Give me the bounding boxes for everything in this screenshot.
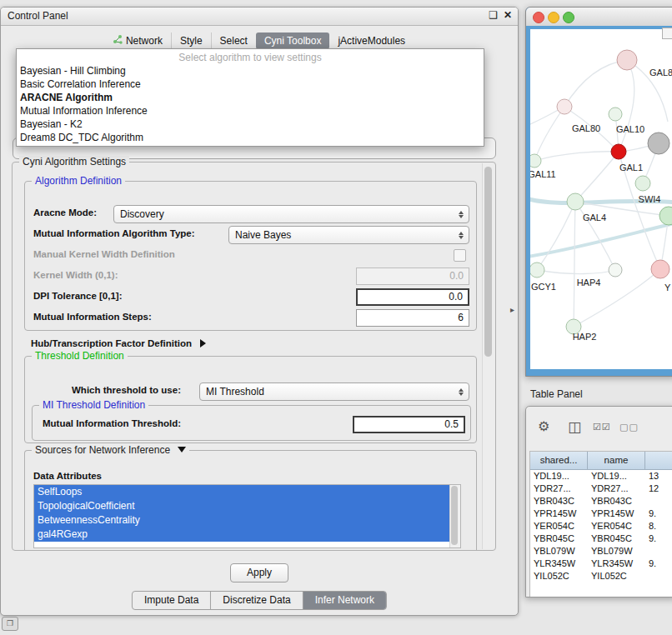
float-window-icon[interactable]: ❑ xyxy=(489,9,498,21)
network-node[interactable] xyxy=(609,263,622,277)
close-icon[interactable]: ✕ xyxy=(504,9,512,21)
table-row[interactable]: YBR043CYBR043C xyxy=(530,495,672,508)
attribute-list-scrollbar[interactable] xyxy=(449,485,460,548)
columns-icon[interactable]: ◫ xyxy=(568,418,581,436)
gear-icon[interactable]: ⚙ xyxy=(538,418,549,434)
algorithm-option[interactable]: Bayesian - K2 xyxy=(17,118,484,131)
panel-collapse-arrow-icon[interactable]: ▸ xyxy=(510,305,514,314)
network-edge[interactable] xyxy=(537,202,575,270)
attribute-list-item[interactable]: BetweennessCentrality xyxy=(34,513,449,528)
hub-definition-toggle[interactable]: Hub/Transcription Factor Definition xyxy=(31,335,206,350)
column-header[interactable] xyxy=(645,452,672,470)
network-edge[interactable] xyxy=(619,60,634,152)
settings-scrollbar[interactable] xyxy=(482,163,494,549)
scrollbar-thumb[interactable] xyxy=(484,167,492,357)
mi-type-select[interactable]: Naive Bayes xyxy=(228,226,469,244)
network-edge[interactable] xyxy=(530,222,672,258)
table-row[interactable]: YBR045CYBR045C9. xyxy=(530,532,672,545)
table-cell: YLR345W xyxy=(530,558,588,570)
minimized-panel-icon[interactable]: ❐ xyxy=(2,617,18,631)
network-edge[interactable] xyxy=(534,152,619,161)
tab-impute-data[interactable]: Impute Data xyxy=(133,592,210,609)
network-icon xyxy=(113,35,123,47)
control-panel-window: Control Panel ❑ ✕ Network Style Select C… xyxy=(0,7,519,616)
node-label: GAL10 xyxy=(616,124,644,134)
table-cell: YBL079W xyxy=(588,545,645,558)
tab-select[interactable]: Select xyxy=(211,32,256,49)
dpi-tolerance-field[interactable]: 0.0 xyxy=(356,288,469,306)
scrollbar-thumb[interactable] xyxy=(451,486,458,545)
apply-button[interactable]: Apply xyxy=(230,563,288,582)
algorithm-option[interactable]: Bayesian - Hill Climbing xyxy=(17,64,484,78)
table-row[interactable]: YDR27...YDR27...12 xyxy=(530,482,672,495)
aracne-mode-select[interactable]: Discovery xyxy=(113,205,469,223)
algorithm-definition-group: Algorithm Definition Aracne Mode: Discov… xyxy=(24,181,477,331)
which-threshold-select[interactable]: MI Threshold xyxy=(199,382,469,401)
tab-jactivemodules[interactable]: jActiveModules xyxy=(329,32,414,49)
network-node[interactable] xyxy=(617,50,637,70)
window-title: Control Panel xyxy=(8,10,68,22)
control-panel-titlebar[interactable]: Control Panel ❑ ✕ xyxy=(1,8,518,26)
algorithm-option[interactable]: Dream8 DC_TDC Algorithm xyxy=(17,131,484,144)
tab-cyni-toolbox[interactable]: Cyni Toolbox xyxy=(256,32,329,49)
mi-steps-field[interactable]: 6 xyxy=(356,309,469,327)
network-canvas[interactable]: GAL8GAL80GAL10GAL11GAL1SWI4GAL4GCY1HAP4H… xyxy=(530,29,672,369)
minimize-traffic-light-icon[interactable] xyxy=(548,12,559,23)
network-node[interactable] xyxy=(557,99,572,114)
algorithm-option[interactable]: ARACNE Algorithm xyxy=(17,91,484,104)
network-node[interactable] xyxy=(651,260,669,278)
attribute-list-item[interactable]: gal4RGexp xyxy=(34,528,449,542)
tab-style[interactable]: Style xyxy=(171,32,211,49)
aracne-mode-value: Discovery xyxy=(120,208,164,220)
select-all-icon[interactable]: ☑☑ xyxy=(593,422,611,432)
deselect-all-icon[interactable]: ▢▢ xyxy=(619,422,639,432)
table-cell: YDL19... xyxy=(588,470,645,482)
network-node[interactable] xyxy=(635,176,650,191)
network-node[interactable] xyxy=(609,108,622,121)
sources-group: Sources for Network Inference Data Attri… xyxy=(24,450,477,550)
network-edge[interactable] xyxy=(564,60,627,107)
tab-network[interactable]: Network xyxy=(105,32,171,49)
column-header[interactable]: name xyxy=(588,452,645,470)
mi-threshold-field[interactable]: 0.5 xyxy=(353,416,465,433)
attribute-list-item[interactable]: SelfLoops xyxy=(34,485,449,499)
aracne-mode-label: Aracne Mode: xyxy=(33,208,97,218)
network-window-titlebar[interactable] xyxy=(526,8,672,27)
table-row[interactable]: YLR345WYLR345W9. xyxy=(530,558,672,570)
tab-infer-network[interactable]: Infer Network xyxy=(303,592,386,609)
table-row[interactable]: YER054CYER054C8. xyxy=(530,520,672,532)
manual-kernel-checkbox[interactable] xyxy=(454,249,466,262)
table-row[interactable]: YIL052CYIL052C xyxy=(530,570,672,582)
node-label: Y xyxy=(664,282,671,292)
close-traffic-light-icon[interactable] xyxy=(533,12,544,23)
column-header[interactable]: shared... xyxy=(530,452,588,470)
data-attributes-list: SelfLoopsTopologicalCoefficientBetweenne… xyxy=(33,484,461,548)
network-node[interactable] xyxy=(530,262,544,278)
network-edge[interactable] xyxy=(574,202,575,327)
node-label: HAP2 xyxy=(573,332,597,342)
network-node[interactable] xyxy=(567,193,584,210)
network-node[interactable] xyxy=(611,144,626,159)
algorithm-option[interactable]: Basic Correlation Inference xyxy=(17,78,484,91)
zoom-traffic-light-icon[interactable] xyxy=(563,12,574,23)
table-cell xyxy=(645,545,672,558)
table-row[interactable]: YBL079WYBL079W xyxy=(530,545,672,558)
network-node[interactable] xyxy=(530,154,541,168)
network-node[interactable] xyxy=(659,207,672,225)
table-row[interactable]: YDL19...YDL19...13 xyxy=(530,470,672,482)
sources-group-title[interactable]: Sources for Network Inference xyxy=(32,444,189,456)
network-edge[interactable] xyxy=(575,152,619,202)
tab-discretize-data[interactable]: Discretize Data xyxy=(210,592,302,609)
table-body: YDL19...YDL19...13YDR27...YDR27...12YBR0… xyxy=(530,470,672,582)
mi-type-value: Naive Bayes xyxy=(235,229,291,241)
settings-group-title: Cyni Algorithm Settings xyxy=(19,156,129,168)
table-cell: YDR27... xyxy=(530,482,588,495)
attribute-list-item[interactable]: TopologicalCoefficient xyxy=(34,499,449,513)
table-row[interactable]: YPR145WYPR145W9. xyxy=(530,508,672,520)
network-node[interactable] xyxy=(648,132,669,154)
table-cell: YBR045C xyxy=(588,532,645,545)
algorithm-option[interactable]: Mutual Information Inference xyxy=(17,104,484,118)
network-edge[interactable] xyxy=(537,270,615,274)
kernel-width-field[interactable]: 0.0 xyxy=(356,268,469,285)
hub-definition-label: Hub/Transcription Factor Definition xyxy=(31,338,192,348)
